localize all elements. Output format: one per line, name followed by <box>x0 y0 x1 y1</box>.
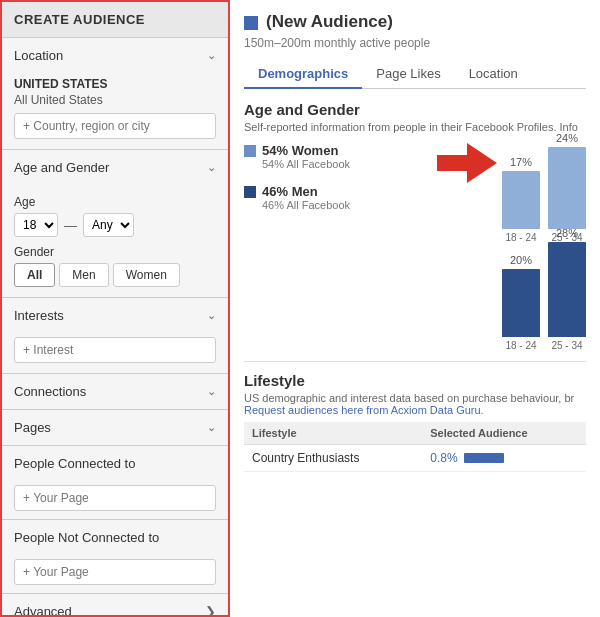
men-dot-icon <box>244 186 256 198</box>
people-connected-label: People Connected to <box>14 456 135 471</box>
lifestyle-desc: US demographic and interest data based o… <box>244 392 586 416</box>
men-2534-bar <box>548 242 586 337</box>
men-legend-item: 46% Men 46% All Facebook <box>244 184 432 211</box>
advanced-arrow-icon: ❯ <box>205 604 216 617</box>
men-bar-1824: 20% 18 - 24 <box>502 254 540 351</box>
lifestyle-link[interactable]: Request audiences here from Acxiom Data … <box>244 404 484 416</box>
advanced-label: Advanced <box>14 604 72 617</box>
age-gender-chevron-icon: ⌄ <box>207 161 216 174</box>
chart-legend: 54% Women 54% All Facebook 46% Men 46% A… <box>244 143 432 225</box>
lifestyle-table-head: Lifestyle Selected Audience <box>244 422 586 445</box>
gender-label: Gender <box>14 245 216 259</box>
pct-bar <box>464 453 504 463</box>
location-chevron-icon: ⌄ <box>207 49 216 62</box>
age-gender-section-desc: Self-reported information from people in… <box>244 121 586 133</box>
advanced-section: Advanced ❯ <box>2 594 228 617</box>
men-2534-pct: 28% <box>556 227 578 239</box>
gender-all-button[interactable]: All <box>14 263 55 287</box>
connections-section: Connections ⌄ <box>2 374 228 410</box>
lifestyle-title: Lifestyle <box>244 372 586 389</box>
main-content: (New Audience) 150m–200m monthly active … <box>230 0 600 617</box>
age-from-select[interactable]: 18 <box>14 213 58 237</box>
age-gender-label: Age and Gender <box>14 160 109 175</box>
women-2534-pct: 24% <box>556 132 578 144</box>
women-legend-item: 54% Women 54% All Facebook <box>244 143 432 170</box>
audience-title-row: (New Audience) <box>244 12 586 34</box>
location-header[interactable]: Location ⌄ <box>2 38 228 73</box>
gender-women-button[interactable]: Women <box>113 263 180 287</box>
age-gender-section-title: Age and Gender <box>244 101 586 118</box>
red-arrow-icon <box>432 143 502 183</box>
interests-body <box>2 333 228 373</box>
women-1824-pct: 17% <box>510 156 532 168</box>
pct-bar-wrapper: 0.8% <box>430 451 578 465</box>
people-connected-header: People Connected to <box>2 446 228 481</box>
men-sub-label: 46% All Facebook <box>262 199 350 211</box>
tab-page-likes[interactable]: Page Likes <box>362 60 454 89</box>
interests-label: Interests <box>14 308 64 323</box>
tab-demographics[interactable]: Demographics <box>244 60 362 89</box>
pages-section: Pages ⌄ <box>2 410 228 446</box>
interest-input[interactable] <box>14 337 216 363</box>
men-1824-pct: 20% <box>510 254 532 266</box>
women-1824-bar <box>502 171 540 229</box>
people-connected-section: People Connected to <box>2 446 228 520</box>
connections-header[interactable]: Connections ⌄ <box>2 374 228 409</box>
age-gender-body: Age 18 — Any Gender All Men Women <box>2 185 228 297</box>
age-gender-header[interactable]: Age and Gender ⌄ <box>2 150 228 185</box>
audience-reach: 150m–200m monthly active people <box>244 36 586 50</box>
advanced-header[interactable]: Advanced ❯ <box>2 594 228 617</box>
lifestyle-row-name: Country Enthusiasts <box>244 445 422 472</box>
women-bar-1824: 17% 18 - 24 <box>502 156 540 243</box>
section-divider <box>244 361 586 362</box>
men-bar-2534: 28% 25 - 34 <box>548 227 586 351</box>
pct-value: 0.8% <box>430 451 457 465</box>
location-input[interactable] <box>14 113 216 139</box>
age-gender-section: Age and Gender ⌄ Age 18 — Any Gender All… <box>2 150 228 298</box>
age-label: Age <box>14 195 216 209</box>
sidebar: CREATE AUDIENCE Location ⌄ UNITED STATES… <box>0 0 230 617</box>
location-section: Location ⌄ UNITED STATES All United Stat… <box>2 38 228 150</box>
people-not-connected-section: People Not Connected to <box>2 520 228 594</box>
chart-area: 54% Women 54% All Facebook 46% Men 46% A… <box>244 143 586 351</box>
people-not-connected-label: People Not Connected to <box>14 530 159 545</box>
united-states-label: UNITED STATES <box>14 77 216 91</box>
bar-chart-container: 17% 18 - 24 24% 25 - 34 20% 18 - 24 <box>502 143 586 351</box>
women-2534-bar <box>548 147 586 229</box>
table-row: Country Enthusiasts 0.8% <box>244 445 586 472</box>
audience-name: (New Audience) <box>266 12 393 32</box>
women-dot-icon <box>244 145 256 157</box>
men-2534-label: 25 - 34 <box>551 340 582 351</box>
location-body: UNITED STATES All United States <box>2 73 228 149</box>
people-not-connected-input[interactable] <box>14 559 216 585</box>
people-connected-input[interactable] <box>14 485 216 511</box>
lifestyle-row-pct-cell: 0.8% <box>422 445 586 472</box>
women-1824-label: 18 - 24 <box>505 232 536 243</box>
all-us-label: All United States <box>14 93 216 107</box>
interests-header[interactable]: Interests ⌄ <box>2 298 228 333</box>
connections-chevron-icon: ⌄ <box>207 385 216 398</box>
tabs-row: Demographics Page Likes Location <box>244 60 586 89</box>
tab-location[interactable]: Location <box>455 60 532 89</box>
pages-label: Pages <box>14 420 51 435</box>
age-to-select[interactable]: Any <box>83 213 134 237</box>
col-header-lifestyle: Lifestyle <box>244 422 422 445</box>
col-header-audience: Selected Audience <box>422 422 586 445</box>
lifestyle-desc-text: US demographic and interest data based o… <box>244 392 574 404</box>
women-sub-label: 54% All Facebook <box>262 158 350 170</box>
people-not-connected-body <box>2 555 228 593</box>
age-dash: — <box>64 218 77 233</box>
men-pct-label: 46% Men <box>262 184 350 199</box>
pages-header[interactable]: Pages ⌄ <box>2 410 228 445</box>
create-audience-title: CREATE AUDIENCE <box>2 2 228 38</box>
interests-chevron-icon: ⌄ <box>207 309 216 322</box>
gender-men-button[interactable]: Men <box>59 263 108 287</box>
gender-row: All Men Women <box>14 263 216 287</box>
men-1824-bar <box>502 269 540 337</box>
audience-icon <box>244 16 258 30</box>
connections-label: Connections <box>14 384 86 399</box>
location-label: Location <box>14 48 63 63</box>
people-connected-body <box>2 481 228 519</box>
men-bars: 20% 18 - 24 28% 25 - 34 <box>502 251 586 351</box>
lifestyle-table-body: Country Enthusiasts 0.8% <box>244 445 586 472</box>
